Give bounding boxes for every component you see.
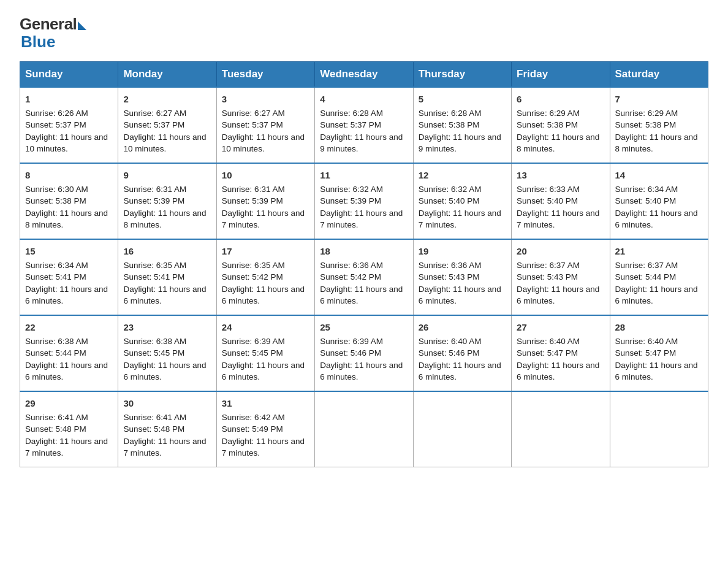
sunrise-text: Sunrise: 6:31 AM xyxy=(222,185,285,194)
day-number: 24 xyxy=(222,321,309,334)
daylight-text: Daylight: 11 hours and 6 minutes. xyxy=(419,285,501,306)
day-number: 1 xyxy=(25,93,113,106)
sunrise-text: Sunrise: 6:27 AM xyxy=(123,109,186,118)
day-number: 12 xyxy=(419,169,506,182)
sunrise-text: Sunrise: 6:40 AM xyxy=(517,337,580,346)
sunrise-text: Sunrise: 6:34 AM xyxy=(615,185,678,194)
sunrise-text: Sunrise: 6:42 AM xyxy=(222,413,285,422)
sunset-text: Sunset: 5:37 PM xyxy=(123,120,184,129)
calendar-cell xyxy=(512,391,610,467)
sunrise-text: Sunrise: 6:32 AM xyxy=(320,185,383,194)
sunset-text: Sunset: 5:48 PM xyxy=(123,424,184,434)
sunset-text: Sunset: 5:48 PM xyxy=(25,424,86,434)
daylight-text: Daylight: 11 hours and 6 minutes. xyxy=(123,361,206,382)
col-header-wednesday: Wednesday xyxy=(315,62,413,88)
sunrise-text: Sunrise: 6:35 AM xyxy=(222,261,285,270)
day-number: 20 xyxy=(517,245,604,258)
daylight-text: Daylight: 11 hours and 8 minutes. xyxy=(517,132,599,154)
daylight-text: Daylight: 11 hours and 7 minutes. xyxy=(320,209,403,230)
calendar-cell: 12Sunrise: 6:32 AMSunset: 5:40 PMDayligh… xyxy=(413,163,511,239)
sunrise-text: Sunrise: 6:33 AM xyxy=(517,185,580,194)
sunset-text: Sunset: 5:40 PM xyxy=(517,196,578,205)
day-number: 14 xyxy=(615,169,703,182)
calendar-cell: 6Sunrise: 6:29 AMSunset: 5:38 PMDaylight… xyxy=(512,87,610,163)
sunrise-text: Sunrise: 6:39 AM xyxy=(320,337,383,346)
calendar-cell: 5Sunrise: 6:28 AMSunset: 5:38 PMDaylight… xyxy=(413,87,511,163)
daylight-text: Daylight: 11 hours and 6 minutes. xyxy=(419,361,501,382)
calendar-cell: 4Sunrise: 6:28 AMSunset: 5:37 PMDaylight… xyxy=(315,87,413,163)
logo-triangle-icon xyxy=(78,21,86,30)
sunset-text: Sunset: 5:37 PM xyxy=(25,120,86,129)
calendar-cell: 14Sunrise: 6:34 AMSunset: 5:40 PMDayligh… xyxy=(610,163,708,239)
sunrise-text: Sunrise: 6:26 AM xyxy=(25,109,88,118)
week-row-3: 15Sunrise: 6:34 AMSunset: 5:41 PMDayligh… xyxy=(20,239,708,315)
calendar-cell: 15Sunrise: 6:34 AMSunset: 5:41 PMDayligh… xyxy=(20,239,118,315)
col-header-tuesday: Tuesday xyxy=(216,62,314,88)
calendar-cell: 29Sunrise: 6:41 AMSunset: 5:48 PMDayligh… xyxy=(20,391,118,467)
sunset-text: Sunset: 5:44 PM xyxy=(25,348,86,358)
sunrise-text: Sunrise: 6:40 AM xyxy=(419,337,482,346)
sunrise-text: Sunrise: 6:34 AM xyxy=(25,261,88,270)
day-number: 28 xyxy=(615,321,703,334)
sunset-text: Sunset: 5:42 PM xyxy=(222,272,283,282)
calendar-cell: 21Sunrise: 6:37 AMSunset: 5:44 PMDayligh… xyxy=(610,239,708,315)
day-number: 16 xyxy=(123,245,211,258)
sunset-text: Sunset: 5:47 PM xyxy=(517,348,578,358)
calendar-cell: 1Sunrise: 6:26 AMSunset: 5:37 PMDaylight… xyxy=(20,87,118,163)
daylight-text: Daylight: 11 hours and 7 minutes. xyxy=(222,209,305,230)
day-number: 30 xyxy=(123,397,211,410)
week-row-1: 1Sunrise: 6:26 AMSunset: 5:37 PMDaylight… xyxy=(20,87,708,163)
day-number: 11 xyxy=(320,169,408,182)
calendar-cell: 7Sunrise: 6:29 AMSunset: 5:38 PMDaylight… xyxy=(610,87,708,163)
daylight-text: Daylight: 11 hours and 7 minutes. xyxy=(222,437,305,458)
calendar-table: SundayMondayTuesdayWednesdayThursdayFrid… xyxy=(20,61,708,467)
daylight-text: Daylight: 11 hours and 8 minutes. xyxy=(25,209,108,230)
sunset-text: Sunset: 5:46 PM xyxy=(419,348,480,358)
sunset-text: Sunset: 5:46 PM xyxy=(320,348,381,358)
sunrise-text: Sunrise: 6:41 AM xyxy=(123,413,186,422)
page-header: General Blue xyxy=(20,15,708,52)
week-row-4: 22Sunrise: 6:38 AMSunset: 5:44 PMDayligh… xyxy=(20,315,708,391)
col-header-monday: Monday xyxy=(118,62,216,88)
sunset-text: Sunset: 5:45 PM xyxy=(222,348,283,358)
day-number: 29 xyxy=(25,397,113,410)
sunrise-text: Sunrise: 6:39 AM xyxy=(222,337,285,346)
sunset-text: Sunset: 5:41 PM xyxy=(25,272,86,282)
sunrise-text: Sunrise: 6:29 AM xyxy=(615,109,678,118)
sunset-text: Sunset: 5:39 PM xyxy=(123,196,184,205)
sunrise-text: Sunrise: 6:38 AM xyxy=(25,337,88,346)
day-number: 7 xyxy=(615,93,703,106)
calendar-cell: 23Sunrise: 6:38 AMSunset: 5:45 PMDayligh… xyxy=(118,315,216,391)
logo-general-text: General xyxy=(20,15,77,34)
sunset-text: Sunset: 5:49 PM xyxy=(222,424,283,434)
calendar-cell: 9Sunrise: 6:31 AMSunset: 5:39 PMDaylight… xyxy=(118,163,216,239)
sunrise-text: Sunrise: 6:30 AM xyxy=(25,185,88,194)
sunset-text: Sunset: 5:39 PM xyxy=(222,196,283,205)
calendar-cell: 11Sunrise: 6:32 AMSunset: 5:39 PMDayligh… xyxy=(315,163,413,239)
day-number: 31 xyxy=(222,397,309,410)
calendar-cell: 31Sunrise: 6:42 AMSunset: 5:49 PMDayligh… xyxy=(216,391,314,467)
logo: General Blue xyxy=(20,15,86,52)
daylight-text: Daylight: 11 hours and 6 minutes. xyxy=(123,285,206,306)
day-number: 8 xyxy=(25,169,113,182)
sunset-text: Sunset: 5:38 PM xyxy=(615,120,677,129)
sunset-text: Sunset: 5:43 PM xyxy=(419,272,480,282)
calendar-cell: 19Sunrise: 6:36 AMSunset: 5:43 PMDayligh… xyxy=(413,239,511,315)
sunset-text: Sunset: 5:37 PM xyxy=(222,120,283,129)
calendar-cell xyxy=(413,391,511,467)
sunrise-text: Sunrise: 6:35 AM xyxy=(123,261,186,270)
calendar-cell xyxy=(610,391,708,467)
day-number: 17 xyxy=(222,245,309,258)
sunset-text: Sunset: 5:41 PM xyxy=(123,272,184,282)
col-header-friday: Friday xyxy=(512,62,610,88)
day-number: 13 xyxy=(517,169,604,182)
day-number: 4 xyxy=(320,93,408,106)
sunset-text: Sunset: 5:37 PM xyxy=(320,120,381,129)
daylight-text: Daylight: 11 hours and 6 minutes. xyxy=(25,361,108,382)
daylight-text: Daylight: 11 hours and 9 minutes. xyxy=(320,132,403,154)
day-number: 23 xyxy=(123,321,211,334)
calendar-cell: 24Sunrise: 6:39 AMSunset: 5:45 PMDayligh… xyxy=(216,315,314,391)
daylight-text: Daylight: 11 hours and 6 minutes. xyxy=(615,361,698,382)
day-number: 15 xyxy=(25,245,113,258)
daylight-text: Daylight: 11 hours and 7 minutes. xyxy=(123,437,206,458)
